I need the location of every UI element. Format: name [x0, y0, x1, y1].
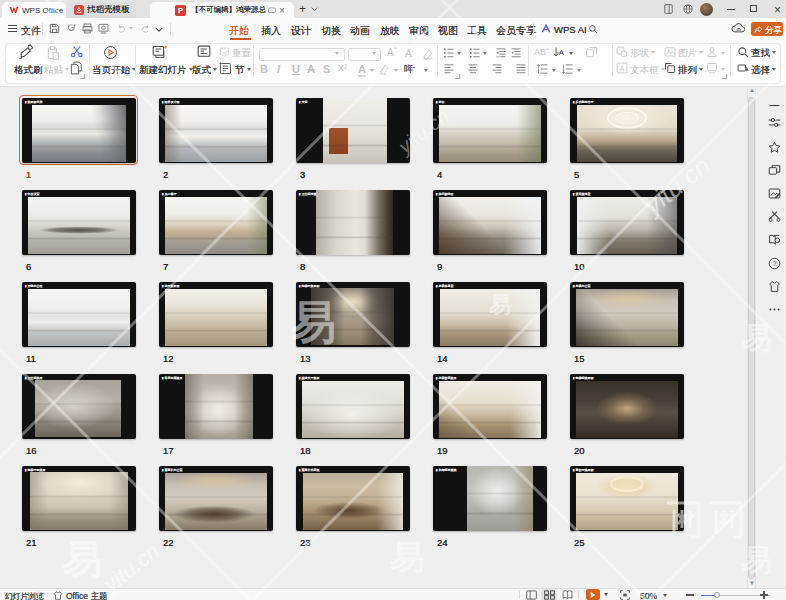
svg-text:P: P	[178, 6, 183, 15]
svg-text:A: A	[620, 65, 625, 72]
svg-text:A: A	[559, 48, 565, 57]
svg-text:?: ?	[772, 259, 776, 268]
